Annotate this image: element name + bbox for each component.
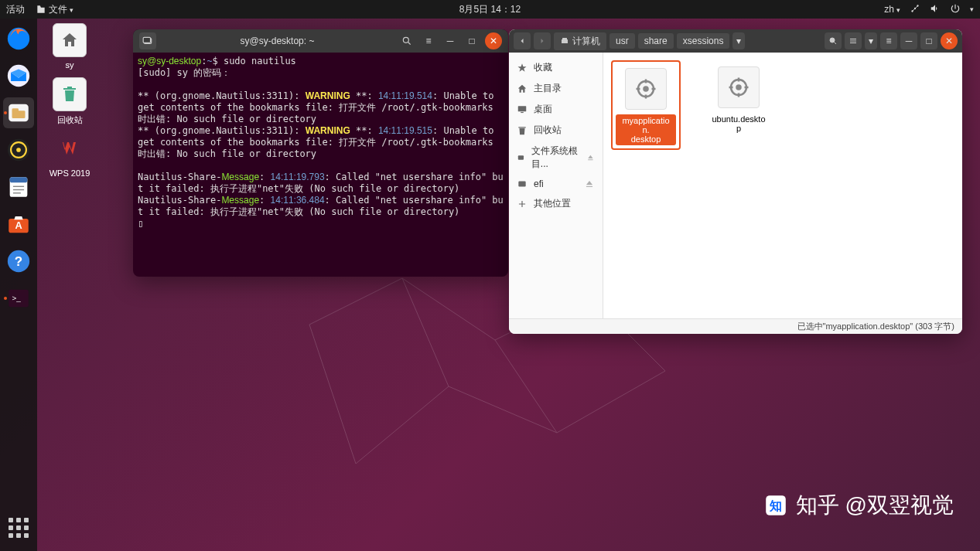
view-dropdown-button[interactable]: ▾ [865, 32, 877, 49]
terminal-title: sy@sy-desktop: ~ [161, 36, 394, 46]
svg-rect-25 [562, 39, 568, 43]
terminal-menu-button[interactable]: ≡ [420, 32, 437, 49]
desktop-wps[interactable]: WPS 2019 [46, 131, 93, 178]
desktop-wps-label: WPS 2019 [50, 168, 90, 178]
file-ubuntu.desktop[interactable]: ubuntu.desktop [704, 60, 773, 138]
svg-rect-15 [13, 192, 21, 193]
nautilus-file-area[interactable]: myapplication.desktopubuntu.desktop [603, 53, 962, 318]
terminal-titlebar[interactable]: sy@sy-desktop: ~ ≡ ─ □ ✕ [133, 29, 508, 53]
clock[interactable]: 8月5日 14：12 [459, 3, 521, 16]
svg-point-34 [522, 158, 523, 159]
breadcrumb-root[interactable]: 计算机 [554, 32, 606, 50]
svg-rect-6 [12, 111, 26, 118]
system-menu-chevron[interactable]: ▾ [970, 5, 974, 13]
sidebar-disk[interactable]: efi [509, 175, 603, 193]
input-method[interactable]: zh [884, 4, 900, 15]
svg-point-36 [524, 185, 524, 185]
breadcrumb-xsessions[interactable]: xsessions [677, 33, 730, 49]
new-tab-button[interactable] [139, 32, 156, 49]
svg-rect-30 [850, 43, 856, 43]
svg-rect-47 [729, 87, 733, 89]
dock-writer[interactable] [3, 172, 34, 202]
desktop-home-label: sy [66, 60, 74, 70]
nav-back-button[interactable] [514, 32, 531, 49]
desktop-trash-label: 回收站 [57, 115, 83, 124]
activities-button[interactable]: 活动 [6, 3, 25, 16]
nautilus-window: 计算机 usr share xsessions ▾ ▾ ≡ ─ □ ✕ 收藏主目… [509, 29, 962, 334]
svg-rect-40 [645, 95, 647, 99]
terminal-maximize-button[interactable]: □ [463, 32, 480, 49]
sidebar-desktop[interactable]: 桌面 [509, 99, 603, 120]
sidebar-disk[interactable]: 文件系统根目... [509, 141, 603, 175]
svg-rect-41 [637, 88, 640, 90]
power-icon[interactable] [950, 3, 961, 16]
svg-text:A: A [15, 219, 22, 231]
svg-rect-23 [143, 37, 150, 43]
svg-text:知: 知 [769, 499, 782, 512]
svg-rect-32 [521, 111, 524, 112]
svg-rect-35 [518, 182, 525, 187]
svg-rect-26 [562, 38, 567, 39]
dock-firefox[interactable] [3, 23, 34, 54]
nautilus-search-button[interactable] [825, 32, 842, 49]
dock-rhythmbox[interactable] [3, 134, 34, 165]
file-myapplication.desktop[interactable]: myapplication.desktop [611, 60, 681, 150]
svg-text:>_: >_ [12, 294, 22, 302]
svg-rect-7 [12, 108, 19, 111]
desktop-home[interactable]: sy [46, 23, 93, 70]
sidebar-star[interactable]: 收藏 [509, 57, 603, 78]
nautilus-minimize-button[interactable]: ─ [900, 32, 917, 49]
dock-files[interactable] [3, 97, 34, 128]
watermark: 知 知乎 @双翌视觉 [763, 491, 954, 520]
nautilus-titlebar[interactable]: 计算机 usr share xsessions ▾ ▾ ≡ ─ □ ✕ [509, 29, 962, 53]
terminal-search-button[interactable] [398, 32, 415, 49]
svg-rect-29 [850, 41, 856, 42]
svg-rect-48 [745, 87, 749, 89]
show-applications[interactable] [3, 512, 34, 543]
top-bar: 活动 文件 8月5日 14：12 zh ▾ [0, 0, 980, 19]
dock-help[interactable]: ? [3, 246, 34, 277]
svg-point-38 [643, 86, 649, 92]
svg-point-24 [403, 37, 408, 43]
view-toggle-button[interactable] [845, 32, 862, 49]
terminal-close-button[interactable]: ✕ [485, 32, 502, 49]
svg-point-27 [830, 38, 835, 43]
svg-rect-46 [738, 94, 740, 97]
nautilus-close-button[interactable]: ✕ [941, 32, 958, 49]
sidebar-home[interactable]: 主目录 [509, 78, 603, 99]
svg-rect-42 [652, 88, 656, 90]
svg-point-10 [16, 148, 21, 152]
sidebar-plus[interactable]: 其他位置 [509, 193, 603, 214]
svg-rect-13 [13, 186, 24, 187]
svg-rect-45 [738, 78, 740, 82]
nautilus-menu-button[interactable]: ≡ [880, 32, 897, 49]
sidebar-trash[interactable]: 回收站 [509, 120, 603, 141]
dock-terminal[interactable]: >_ [3, 283, 34, 314]
breadcrumb-share[interactable]: share [638, 33, 674, 49]
nav-forward-button[interactable] [534, 32, 551, 49]
terminal-window: sy@sy-desktop: ~ ≡ ─ □ ✕ sy@sy-desktop:~… [133, 29, 508, 277]
svg-rect-33 [518, 155, 524, 159]
nautilus-maximize-button[interactable]: □ [920, 32, 937, 49]
svg-rect-28 [850, 39, 856, 39]
nautilus-sidebar: 收藏主目录桌面回收站文件系统根目...efi其他位置 [509, 53, 603, 318]
svg-rect-12 [10, 177, 28, 182]
svg-text:?: ? [15, 254, 22, 269]
svg-rect-14 [13, 189, 24, 190]
svg-point-44 [736, 84, 742, 90]
terminal-minimize-button[interactable]: ─ [442, 32, 459, 49]
volume-icon[interactable] [930, 3, 941, 16]
terminal-output[interactable]: sy@sy-desktop:~$ sudo nautilus [sudo] sy… [133, 53, 508, 233]
app-menu[interactable]: 文件 [36, 3, 73, 16]
svg-rect-39 [645, 80, 647, 83]
dock-software[interactable]: A [3, 209, 34, 240]
svg-rect-31 [518, 106, 527, 111]
desktop-trash[interactable]: 回收站 [46, 77, 93, 126]
network-icon[interactable] [910, 3, 920, 16]
nautilus-status-bar: 已选中"myapplication.desktop" (303 字节) [509, 318, 962, 334]
breadcrumb-usr[interactable]: usr [610, 33, 635, 49]
breadcrumb-more[interactable]: ▾ [732, 32, 745, 49]
dock-thunderbird[interactable] [3, 60, 34, 91]
dock: A ? >_ [0, 19, 37, 551]
